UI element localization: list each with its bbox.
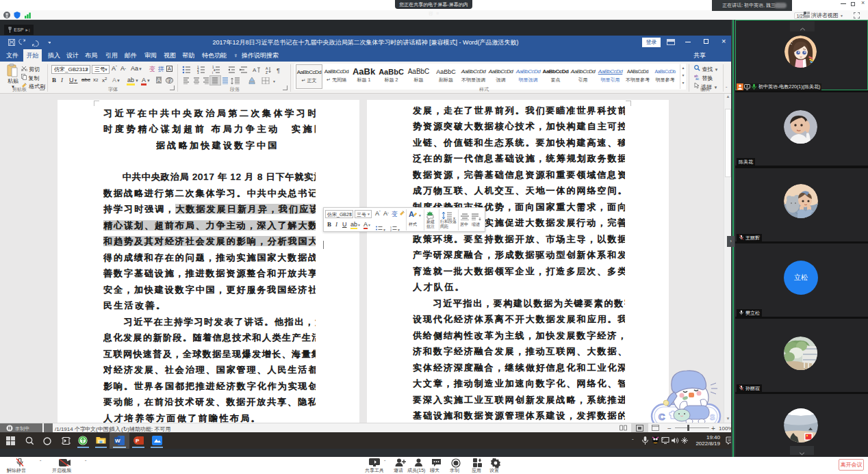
svg-text:i: i (212, 71, 213, 74)
svg-text:W: W (115, 438, 120, 444)
svg-text:1: 1 (390, 226, 392, 229)
svg-text:A: A (253, 67, 257, 73)
svg-text:P: P (136, 438, 140, 444)
svg-text:S: S (710, 413, 715, 421)
svg-text:a: a (214, 68, 216, 72)
svg-text:¶: ¶ (277, 67, 280, 74)
svg-text:2: 2 (390, 229, 392, 231)
svg-text:C: C (659, 412, 665, 422)
svg-text:3: 3 (197, 71, 199, 74)
svg-text:Z: Z (266, 70, 268, 74)
svg-text:ac: ac (695, 77, 700, 80)
svg-text:▼: ▼ (272, 79, 276, 83)
